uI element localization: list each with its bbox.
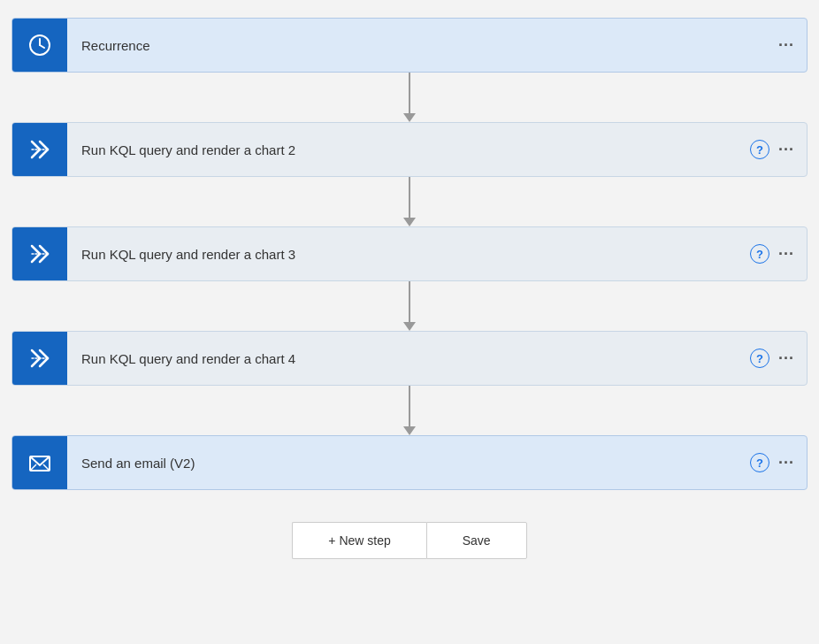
step-actions-kql4: ?···: [750, 349, 807, 368]
step-card-kql2[interactable]: Run KQL query and render a chart 2?···: [11, 122, 808, 177]
new-step-button[interactable]: + New step: [292, 522, 425, 559]
step-icon-clock: [12, 18, 67, 73]
connector-line: [409, 73, 410, 113]
step-actions-email: ?···: [750, 453, 807, 472]
svg-line-10: [32, 246, 40, 254]
step-card-kql4[interactable]: Run KQL query and render a chart 4?···: [11, 331, 808, 386]
step-label-recurrence: Recurrence: [67, 38, 778, 53]
step-actions-recurrence: ···: [778, 36, 807, 55]
step-card-recurrence[interactable]: Recurrence···: [11, 18, 808, 73]
bottom-bar: + New stepSave: [292, 522, 526, 559]
save-button[interactable]: Save: [426, 522, 527, 559]
help-button-kql2[interactable]: ?: [750, 140, 769, 159]
help-button-kql4[interactable]: ?: [750, 349, 769, 368]
step-label-kql4: Run KQL query and render a chart 4: [67, 351, 750, 366]
svg-line-22: [30, 464, 36, 471]
step-actions-kql2: ?···: [750, 140, 807, 159]
svg-line-17: [32, 358, 40, 366]
svg-line-13: [40, 254, 48, 262]
svg-line-18: [40, 350, 48, 358]
svg-line-6: [40, 142, 48, 150]
svg-line-4: [32, 142, 40, 150]
help-button-email[interactable]: ?: [750, 453, 769, 472]
step-icon-kql: [12, 226, 67, 281]
more-button-recurrence[interactable]: ···: [778, 36, 794, 55]
more-button-kql3[interactable]: ···: [778, 245, 794, 264]
connector-arrow: [403, 322, 416, 331]
more-button-kql2[interactable]: ···: [778, 141, 794, 159]
svg-line-5: [32, 150, 40, 157]
svg-line-19: [40, 358, 48, 366]
connector-arrow: [403, 218, 416, 226]
connector-2: [403, 281, 416, 331]
step-label-email: Send an email (V2): [67, 456, 750, 471]
svg-line-16: [32, 350, 40, 358]
step-card-kql3[interactable]: Run KQL query and render a chart 3?···: [11, 226, 808, 281]
svg-line-7: [40, 150, 48, 157]
flow-container: Recurrence··· Run KQL query and render a…: [11, 18, 808, 559]
connector-arrow: [403, 113, 416, 122]
connector-1: [403, 177, 416, 226]
help-button-kql3[interactable]: ?: [750, 244, 769, 264]
step-icon-kql: [12, 122, 67, 177]
more-button-email[interactable]: ···: [778, 454, 794, 472]
connector-line: [409, 386, 410, 426]
connector-0: [403, 73, 416, 122]
svg-line-2: [40, 45, 44, 48]
step-card-email[interactable]: Send an email (V2)?···: [11, 435, 808, 490]
connector-arrow: [403, 426, 416, 435]
step-actions-kql3: ?···: [750, 244, 807, 264]
step-label-kql2: Run KQL query and render a chart 2: [67, 142, 750, 157]
svg-line-12: [40, 246, 48, 254]
step-icon-kql: [12, 331, 67, 386]
svg-line-11: [32, 254, 40, 262]
step-label-kql3: Run KQL query and render a chart 3: [67, 247, 750, 262]
more-button-kql4[interactable]: ···: [778, 349, 794, 368]
connector-line: [409, 281, 410, 322]
svg-line-23: [43, 464, 50, 471]
connector-3: [403, 386, 416, 435]
step-icon-email: [12, 435, 67, 490]
connector-line: [409, 177, 410, 218]
